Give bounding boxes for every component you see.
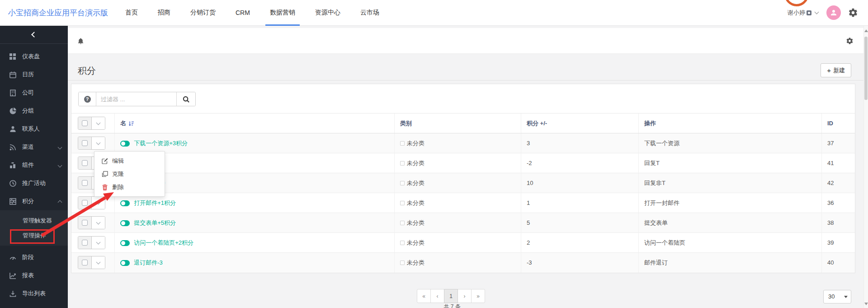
- row-name-link[interactable]: 打开邮件+1积分: [134, 199, 176, 206]
- nav-item-crm[interactable]: CRM: [231, 0, 255, 26]
- pagination-footnote: 共 7 条: [425, 303, 479, 308]
- user-name[interactable]: 谢小婷: [788, 9, 805, 17]
- vertical-scrollbar[interactable]: [863, 26, 868, 308]
- sidebar-item-components[interactable]: 组件: [0, 156, 68, 174]
- publish-toggle-icon[interactable]: [120, 200, 130, 206]
- publish-toggle-icon[interactable]: [120, 240, 130, 246]
- filter-help-button[interactable]: ?: [79, 92, 96, 106]
- brand-title[interactable]: 小宝招商企业应用平台演示版: [8, 8, 108, 18]
- row-action: 访问一个着陆页: [638, 233, 821, 253]
- row-checkbox[interactable]: [78, 197, 92, 209]
- row-checkbox[interactable]: [78, 256, 92, 269]
- clock-icon: [9, 180, 16, 187]
- help-icon: ?: [84, 96, 91, 103]
- notifications-bell-icon[interactable]: [77, 37, 85, 45]
- row-category: 未分类: [407, 219, 425, 226]
- select-all-header: [71, 114, 115, 133]
- context-menu-clone[interactable]: 克隆: [94, 167, 165, 180]
- person-icon: [9, 126, 16, 133]
- row-checkbox[interactable]: [78, 217, 92, 229]
- row-checkbox[interactable]: [78, 137, 92, 149]
- row-menu-button[interactable]: [92, 256, 105, 269]
- nav-item-cloud-market[interactable]: 云市场: [356, 0, 384, 26]
- nav-item-resource-center[interactable]: 资源中心: [311, 0, 345, 26]
- nav-item-data-marketing[interactable]: 数据营销: [265, 0, 300, 26]
- select-all-checkbox[interactable]: [78, 117, 92, 129]
- row-menu-button[interactable]: [92, 237, 105, 249]
- sidebar-subitem-manage-triggers[interactable]: 管理触发器: [0, 213, 68, 228]
- pagination-prev-button[interactable]: ‹: [430, 289, 444, 303]
- sidebar-item-channels[interactable]: 渠道: [0, 138, 68, 156]
- chevron-left-icon: [31, 32, 37, 38]
- scroll-up-arrow[interactable]: [864, 29, 868, 32]
- context-menu-label: 编辑: [112, 157, 124, 165]
- filter-search-button[interactable]: [176, 92, 195, 106]
- page-settings-gear-icon[interactable]: [846, 37, 854, 45]
- row-checkbox[interactable]: [78, 237, 92, 249]
- new-button[interactable]: + 新建: [821, 63, 851, 77]
- row-name-link[interactable]: 提交表单+5积分: [134, 219, 176, 226]
- column-header-name[interactable]: 名: [115, 114, 395, 133]
- pagination-first-button[interactable]: «: [417, 289, 431, 303]
- settings-gear-icon[interactable]: [848, 8, 858, 18]
- publish-toggle-icon[interactable]: [120, 260, 130, 266]
- pagination-next-button[interactable]: ›: [458, 289, 472, 303]
- row-menu-button[interactable]: [92, 217, 105, 229]
- content-toolbar: [68, 28, 863, 54]
- sidebar-item-reports[interactable]: 报表: [0, 266, 68, 284]
- sidebar-item-company[interactable]: 公司: [0, 84, 68, 102]
- sidebar-item-contacts[interactable]: 联系人: [0, 120, 68, 138]
- sidebar-subitem-manage-actions[interactable]: 管理操作: [0, 228, 68, 243]
- sidebar-item-segments[interactable]: 分组: [0, 102, 68, 120]
- row-name-link[interactable]: 退订邮件-3: [134, 259, 163, 266]
- scroll-down-arrow[interactable]: [864, 303, 868, 305]
- scrollbar-thumb[interactable]: [864, 37, 868, 100]
- row-checkbox[interactable]: [78, 177, 92, 189]
- chevron-down-icon[interactable]: [815, 10, 819, 14]
- column-header-action[interactable]: 操作: [638, 114, 821, 133]
- row-menu-button[interactable]: [92, 137, 105, 149]
- sidebar-item-calendar[interactable]: 日历: [0, 66, 68, 84]
- nav-item-zhaoshang[interactable]: 招商: [153, 0, 175, 26]
- avatar[interactable]: [826, 5, 841, 20]
- publish-toggle-icon[interactable]: [120, 220, 130, 226]
- select-all-dropdown[interactable]: [92, 117, 105, 129]
- chevron-down-icon: [58, 145, 62, 149]
- sidebar-collapse-button[interactable]: [0, 26, 68, 44]
- points-submenu: 管理触发器 管理操作: [0, 210, 68, 246]
- page-size-select[interactable]: 30: [823, 290, 851, 303]
- sidebar-item-stages[interactable]: 阶段: [0, 248, 68, 266]
- column-header-id[interactable]: ID: [821, 114, 855, 133]
- context-menu-edit[interactable]: 编辑: [94, 154, 165, 167]
- sidebar-item-export-list[interactable]: 导出列表: [0, 284, 68, 303]
- chevron-down-icon: [96, 140, 101, 145]
- row-action: 提交表单: [638, 213, 821, 233]
- plus-icon: +: [827, 66, 831, 74]
- row-name-link[interactable]: 访问一个着陆页+2积分: [134, 239, 193, 246]
- pagination-last-button[interactable]: »: [471, 289, 485, 303]
- sidebar-item-dashboard[interactable]: 仪表盘: [0, 47, 68, 66]
- row-id: 36: [821, 193, 855, 213]
- select-all-group: [78, 117, 105, 130]
- row-name-link[interactable]: 下载一个资源+3积分: [134, 140, 188, 147]
- row-points: 3: [521, 133, 638, 153]
- pagination: « ‹ 1 › »: [417, 289, 485, 303]
- nav-item-home[interactable]: 首页: [121, 0, 142, 26]
- row-checkbox[interactable]: [78, 157, 92, 169]
- filter-group: ?: [78, 92, 196, 106]
- row-category: 未分类: [407, 199, 425, 206]
- sidebar-item-points[interactable]: 积分: [0, 192, 68, 210]
- nav-item-distribution[interactable]: 分销订货: [186, 0, 220, 26]
- column-header-points[interactable]: 积分 +/-: [521, 114, 638, 133]
- filter-input[interactable]: [96, 92, 176, 106]
- context-menu-delete[interactable]: 删除: [94, 180, 165, 194]
- publish-toggle-icon[interactable]: [120, 141, 130, 147]
- row-menu-button[interactable]: [92, 197, 105, 209]
- sidebar-item-campaigns[interactable]: 推广活动: [0, 174, 68, 192]
- row-points: -3: [521, 253, 638, 273]
- context-menu-label: 克隆: [112, 170, 124, 178]
- column-header-category[interactable]: 类别: [394, 114, 521, 133]
- page-title: 积分: [78, 65, 96, 77]
- pagination-page-1[interactable]: 1: [444, 289, 458, 303]
- category-square-icon: [400, 201, 405, 205]
